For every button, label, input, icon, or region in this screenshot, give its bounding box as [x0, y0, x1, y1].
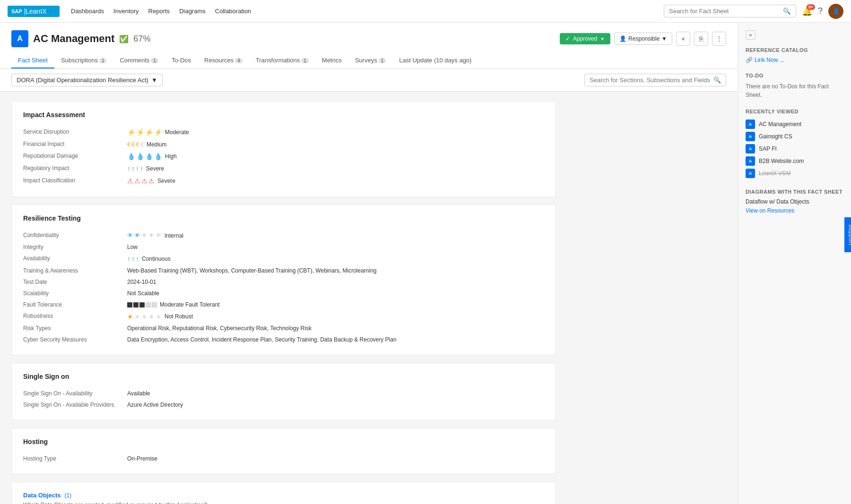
- fault-tolerance-value: Moderate Fault Tolerant: [127, 301, 220, 308]
- comments-badge: 1: [151, 58, 158, 63]
- nav-dashboards[interactable]: Dashboards: [71, 8, 104, 15]
- status-label: Approved: [573, 35, 597, 42]
- field-fault-tolerance: Fault Tolerance Moderate Fault Tolerant: [23, 299, 544, 310]
- rv-item-0[interactable]: A AC Management: [746, 118, 843, 130]
- hosting-type-label: Hosting Type: [23, 455, 127, 462]
- section-filter-dropdown[interactable]: DORA (Digital Operationalization Resilie…: [11, 74, 163, 86]
- impact-classification-rating: ⚠ ⚠ ⚠ ⚠: [127, 177, 155, 185]
- data-objects-section: Data Objects (1) Which Data Objects are …: [11, 482, 556, 504]
- sso-providers-label: Single Sign On - Available Providers: [23, 401, 127, 408]
- hosting-type-text: On-Premise: [127, 455, 157, 462]
- page-title-row: A AC Management ✅ 67% ✓ Approved ▼ 👤 Res…: [11, 30, 726, 47]
- status-badge[interactable]: ✓ Approved ▼: [560, 33, 610, 44]
- tab-subscriptions[interactable]: Subscriptions1: [54, 53, 113, 68]
- view-resources-link[interactable]: View on Resources: [746, 207, 794, 214]
- surveys-badge: 1: [379, 58, 386, 63]
- help-button[interactable]: ?: [818, 6, 823, 16]
- cyber-security-measures-text: Data Encryption, Access Control, Inciden…: [127, 336, 397, 343]
- section-search[interactable]: 🔍: [584, 74, 726, 86]
- robustness-label: Robustness: [23, 313, 127, 319]
- tab-last-update[interactable]: Last Update (10 days ago): [392, 53, 478, 68]
- responsible-button[interactable]: 👤 Responsible ▼: [614, 33, 672, 45]
- financial-impact-value: € € € € Medium: [127, 141, 167, 148]
- global-search[interactable]: 🔍: [664, 5, 796, 17]
- diagram-name: Dataflow w/ Data Objects: [746, 198, 843, 205]
- sso-section: Single Sign on Single Sign On - Availabi…: [11, 363, 556, 420]
- arrow-icon-1: ↑: [127, 165, 130, 172]
- tab-metrics[interactable]: Metrics: [315, 53, 348, 68]
- regulatory-impact-label: Regulatory Impact: [23, 165, 127, 171]
- data-objects-count: (1): [64, 492, 71, 499]
- link-now-button[interactable]: 🔗 Link Now ...: [746, 57, 843, 63]
- add-button[interactable]: +: [676, 32, 690, 46]
- regulatory-impact-rating: ↑ ↑ ↑ ↑: [127, 165, 143, 172]
- rv-item-3[interactable]: A B2B Website.com: [746, 155, 843, 167]
- copy-button[interactable]: ⎘: [694, 32, 708, 46]
- financial-impact-rating: € € € €: [127, 141, 144, 148]
- rv-label-0: AC Management: [759, 121, 801, 128]
- support-tab[interactable]: Support: [844, 217, 851, 252]
- training-awareness-value: Web-Based Training (WBT), Workshops, Com…: [127, 267, 377, 274]
- arrow-icon-3: ↑: [136, 165, 139, 172]
- scalability-label: Scalability: [23, 290, 127, 297]
- test-date-value: 2024-10-01: [127, 279, 156, 285]
- user-avatar[interactable]: 👤: [828, 4, 843, 19]
- rv-avatar-4: A: [746, 169, 755, 178]
- nav-reports[interactable]: Reports: [148, 8, 170, 15]
- reputational-damage-value: 💧 💧 💧 💧 High: [127, 153, 177, 160]
- content-area: A AC Management ✅ 67% ✓ Approved ▼ 👤 Res…: [0, 23, 738, 504]
- panel-collapse-button[interactable]: »: [746, 30, 755, 40]
- training-awareness-label: Training & Awareness: [23, 267, 127, 274]
- nav-diagrams[interactable]: Diagrams: [179, 8, 206, 15]
- regulatory-impact-value: ↑ ↑ ↑ ↑ Severe: [127, 165, 164, 172]
- rv-item-4[interactable]: A LeanIX VSM: [746, 167, 843, 179]
- data-objects-title: Data Objects: [23, 492, 61, 499]
- leanix-label: |LeanIX: [24, 8, 47, 15]
- tab-todos[interactable]: To-Dos: [165, 53, 198, 68]
- nav-inventory[interactable]: Inventory: [113, 8, 139, 15]
- fault-sq-4-empty: [146, 302, 151, 308]
- hosting-section: Hosting Hosting Type On-Premise: [11, 428, 556, 474]
- tab-surveys[interactable]: Surveys1: [348, 53, 393, 68]
- rv-item-2[interactable]: A SAP FI: [746, 143, 843, 155]
- tab-transformations[interactable]: Transformations1: [249, 53, 315, 68]
- logo[interactable]: SAP |LeanIX: [8, 6, 60, 17]
- resources-badge: 4: [235, 58, 243, 63]
- tab-fact-sheet[interactable]: Fact Sheet: [11, 53, 54, 68]
- rv-item-1[interactable]: A Gainsight CS: [746, 130, 843, 143]
- sso-providers-value: Azure Active Directory: [127, 401, 183, 408]
- field-scalability: Scalability Not Scalable: [23, 288, 544, 299]
- nav-collaboration[interactable]: Collaboration: [215, 8, 252, 15]
- risk-types-value: Operational Risk, Reputational Risk, Cyb…: [127, 325, 312, 332]
- recently-viewed-section: RECENTLY VIEWED A AC Management A Gainsi…: [746, 109, 843, 179]
- star-icon-2-empty: ★: [134, 313, 140, 320]
- field-regulatory-impact: Regulatory Impact ↑ ↑ ↑ ↑ Severe: [23, 162, 544, 175]
- integrity-value: Low: [127, 244, 138, 250]
- search-icon-button[interactable]: 🔍: [783, 8, 791, 15]
- recently-viewed-title: RECENTLY VIEWED: [746, 109, 843, 114]
- tab-resources[interactable]: Resources4: [198, 53, 249, 68]
- lightning-icon-1: ⚡: [127, 128, 135, 136]
- section-search-input[interactable]: [590, 77, 711, 84]
- availability-label: Availability: [23, 255, 127, 262]
- notifications-button[interactable]: 🔔 9+: [802, 6, 812, 17]
- fs-avatar-letter: A: [17, 34, 23, 43]
- tab-comments[interactable]: Comments1: [113, 53, 165, 68]
- fault-tolerance-rating: [127, 302, 157, 308]
- fault-tolerance-text: Moderate Fault Tolerant: [160, 301, 220, 308]
- cyber-security-measures-value: Data Encryption, Access Control, Inciden…: [127, 336, 397, 343]
- impact-assessment-section: Impact Assessment Service Disruption ⚡ ⚡…: [11, 101, 556, 197]
- impact-classification-text: Severe: [157, 178, 175, 184]
- cyber-security-measures-label: Cyber Security Measures: [23, 336, 127, 343]
- drop-icon-3: 💧: [145, 153, 153, 160]
- warning-icon-3: ⚠: [141, 177, 148, 185]
- rv-avatar-2: A: [746, 144, 755, 154]
- more-options-button[interactable]: ⋮: [712, 32, 726, 46]
- confidentiality-value: 👁 👁 👁 👁 👁 Internal: [127, 232, 183, 239]
- sso-title: Single Sign on: [23, 373, 544, 380]
- fault-sq-1: [127, 302, 132, 308]
- nav-links: Dashboards Inventory Reports Diagrams Co…: [71, 8, 652, 15]
- field-confidentiality: Confidentiality 👁 👁 👁 👁 👁 Internal: [23, 230, 544, 241]
- fault-sq-5-empty: [152, 302, 157, 308]
- search-input[interactable]: [669, 8, 780, 15]
